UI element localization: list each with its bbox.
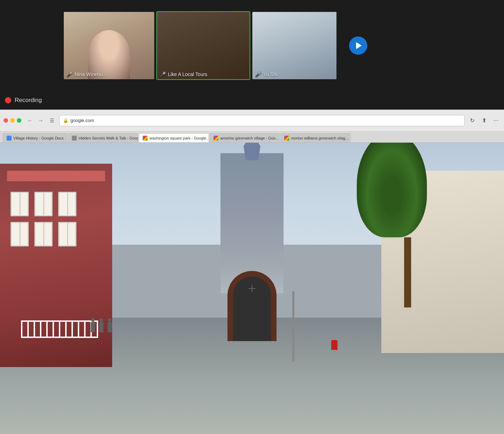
reload-button[interactable]: ↻	[468, 116, 477, 125]
tab-favicon-google-3	[284, 136, 289, 141]
maximize-window-button[interactable]	[17, 118, 21, 123]
tab-favicon-hidden	[72, 136, 77, 141]
street-view-content[interactable]	[0, 143, 504, 434]
back-button[interactable]: ←	[26, 117, 34, 124]
sv-window	[34, 192, 53, 216]
nina-label: 🎤 Nina Winebu...	[67, 72, 107, 77]
lock-icon: 🔒	[63, 118, 68, 123]
sv-person	[108, 322, 112, 332]
browser-window: ← → ☰ 🔒 google.com ↻ ⬆ ⋯ Village History…	[0, 109, 504, 434]
tab-favicon-google-2	[213, 136, 218, 141]
sv-window	[58, 192, 76, 216]
video-call-section: 🎤 Nina Winebu... 🎤 Like A Local Tours 🎤 …	[0, 0, 504, 91]
sv-windows-left	[11, 192, 76, 246]
url-display: google.com	[70, 118, 94, 123]
sv-window	[34, 222, 53, 246]
yushi-label: 🎤 Yu Shi	[255, 72, 277, 77]
browser-chrome: ← → ☰ 🔒 google.com ↻ ⬆ ⋯	[0, 110, 504, 131]
sv-window	[11, 192, 29, 216]
sv-person	[99, 322, 103, 332]
tab-washington-sq[interactable]: washington square park - Google...	[139, 133, 209, 142]
tab-favicon-docs	[7, 136, 12, 141]
sv-tree-trunk	[404, 237, 411, 307]
yushi-mute-icon: 🎤	[255, 72, 261, 77]
sv-street-pole	[292, 291, 294, 361]
sv-person	[91, 322, 95, 332]
local-mute-icon: 🎤	[160, 72, 166, 77]
tab-favicon-google-1	[143, 136, 148, 141]
video-tiles-container: 🎤 Nina Winebu... 🎤 Like A Local Tours 🎤 …	[63, 11, 337, 80]
tab-label-3: washington square park - Google...	[149, 136, 209, 140]
local-camera-bg	[157, 12, 250, 79]
yushi-camera-bg	[252, 12, 336, 79]
traffic-lights	[4, 118, 21, 123]
video-tile-yushi[interactable]: 🎤 Yu Shi	[252, 11, 337, 80]
sv-gate-arch	[227, 271, 277, 341]
close-window-button[interactable]	[4, 118, 8, 123]
sv-people	[91, 322, 112, 332]
tab-label-4: amorino greenwich village - Goo...	[220, 136, 279, 140]
local-name: Like A Local Tours	[168, 72, 207, 77]
local-label: 🎤 Like A Local Tours	[160, 72, 207, 77]
sv-fire-hydrant	[331, 340, 338, 350]
recording-label: Recording	[15, 97, 42, 104]
tab-morton-williams[interactable]: morton williams greenwich vilag...	[280, 133, 350, 142]
more-button[interactable]: ⋯	[491, 116, 500, 125]
tab-bar: Village History - Google Docs Hidden Sec…	[0, 131, 504, 143]
tab-label-1: Village History - Google Docs	[13, 136, 63, 140]
tab-label-5: morton williams greenwich vilag...	[291, 136, 348, 140]
sv-cursor	[248, 285, 256, 292]
sv-tree-right	[388, 153, 427, 307]
nina-mute-icon: 🎤	[67, 72, 73, 77]
video-tile-local-tours[interactable]: 🎤 Like A Local Tours	[156, 11, 250, 80]
recording-dot	[5, 97, 11, 103]
sidebar-button[interactable]: ☰	[47, 116, 56, 125]
minimize-window-button[interactable]	[10, 118, 15, 123]
sv-fence	[21, 320, 98, 338]
nina-name: Nina Winebu...	[75, 72, 107, 77]
tab-hidden-secrets[interactable]: Hidden Secrets Walk & Talk - Goog...	[68, 133, 138, 142]
share-button[interactable]: ⬆	[479, 116, 489, 125]
sv-tower-top	[241, 143, 263, 160]
address-bar[interactable]: 🔒 google.com	[59, 115, 465, 126]
tab-amorino[interactable]: amorino greenwich village - Goo...	[210, 133, 280, 142]
tab-village-history[interactable]: Village History - Google Docs	[3, 133, 67, 142]
sv-tree-canopy	[357, 143, 427, 237]
sv-window	[11, 222, 29, 246]
yushi-name: Yu Shi	[263, 72, 277, 77]
nina-camera-bg	[64, 12, 154, 79]
video-tile-nina[interactable]: 🎤 Nina Winebu...	[63, 11, 155, 80]
recording-bar: Recording	[0, 91, 504, 109]
tab-label-2: Hidden Secrets Walk & Talk - Goog...	[79, 136, 138, 140]
sv-window	[58, 222, 76, 246]
forward-button[interactable]: →	[37, 117, 45, 124]
next-participant-button[interactable]	[349, 36, 367, 55]
